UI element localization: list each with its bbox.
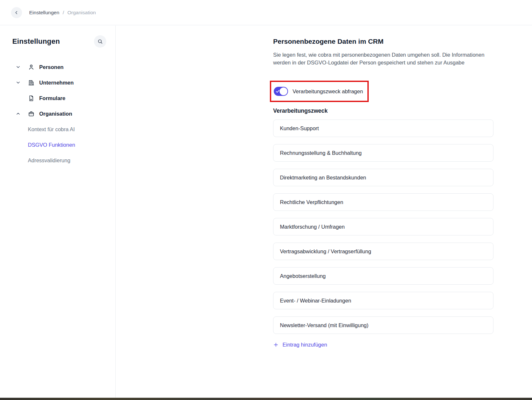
check-icon <box>275 89 280 94</box>
search-icon <box>97 39 103 44</box>
sidebar-item-label: Organisation <box>39 111 72 117</box>
sidebar-item-organisation[interactable]: Organisation <box>12 106 106 121</box>
sidebar-item-label: Formulare <box>39 95 65 101</box>
settings-sidebar: Einstellungen Personen Unternehmen <box>0 26 116 398</box>
entry-input-vertragsabwicklung[interactable] <box>273 243 493 260</box>
entry-input-rechtliche-verpflichtungen[interactable] <box>273 193 493 211</box>
building-icon <box>28 79 35 86</box>
entry-input-event-webinar[interactable] <box>273 292 493 309</box>
plus-icon <box>273 342 279 348</box>
sidebar-item-unternehmen[interactable]: Unternehmen <box>12 75 106 90</box>
sidebar-subitem-kontext-cobra-ai[interactable]: Kontext für cobra AI <box>12 121 106 137</box>
verarbeitungszweck-toggle[interactable] <box>274 87 288 96</box>
sidebar-title: Einstellungen <box>12 37 60 46</box>
bottom-edge-strip <box>0 398 532 400</box>
chevron-up-icon[interactable] <box>16 111 21 116</box>
sidebar-item-personen[interactable]: Personen <box>12 59 106 75</box>
sidebar-nav: Personen Unternehmen Formulare <box>12 59 106 168</box>
sidebar-item-label: Unternehmen <box>39 80 74 86</box>
sidebar-item-label: Personen <box>39 64 64 70</box>
add-entry-button[interactable]: Eintrag hinzufügen <box>273 342 327 348</box>
chevron-left-icon <box>14 10 19 15</box>
breadcrumb-einstellungen[interactable]: Einstellungen <box>29 10 59 15</box>
chevron-down-icon[interactable] <box>16 64 21 70</box>
sidebar-header: Einstellungen <box>12 35 106 48</box>
person-icon <box>28 64 35 71</box>
breadcrumb: Einstellungen / Organisation <box>29 10 96 16</box>
page-title: Personenbezogene Daten im CRM <box>273 38 500 45</box>
breadcrumb-separator: / <box>63 10 64 15</box>
entry-input-rechnungsstellung[interactable] <box>273 144 493 162</box>
sidebar-subitem-adressvalidierung[interactable]: Adressvalidierung <box>12 153 106 168</box>
top-bar: Einstellungen / Organisation <box>0 0 532 25</box>
back-button[interactable] <box>11 7 22 18</box>
sidebar-item-formulare[interactable]: Formulare <box>12 90 106 106</box>
breadcrumb-organisation: Organisation <box>67 10 96 15</box>
chevron-down-icon[interactable] <box>16 80 21 85</box>
entry-input-newsletter-versand[interactable] <box>273 316 493 334</box>
toggle-label: Verarbeitungszweck abfragen <box>293 88 363 95</box>
page-description: Sie legen fest, wie cobra mit personenbe… <box>273 51 497 66</box>
add-entry-label: Eintrag hinzufügen <box>283 342 327 348</box>
document-icon <box>28 95 35 102</box>
section-heading: Verarbeitungszweck <box>273 108 500 114</box>
red-highlight-annotation: Verarbeitungszweck abfragen <box>270 81 369 102</box>
sidebar-subitem-dsgvo-funktionen[interactable]: DSGVO Funktionen <box>12 137 106 153</box>
briefcase-icon <box>28 110 35 117</box>
organisation-subitems: Kontext für cobra AI DSGVO Funktionen Ad… <box>12 121 106 168</box>
verarbeitungszweck-entry-list <box>273 120 500 334</box>
entry-input-angebotserstellung[interactable] <box>273 267 493 285</box>
search-button[interactable] <box>94 35 106 48</box>
entry-input-marktforschung[interactable] <box>273 218 493 235</box>
entry-input-kunden-support[interactable] <box>273 120 493 137</box>
entry-input-direktmarketing[interactable] <box>273 169 493 186</box>
main-content: Personenbezogene Daten im CRM Sie legen … <box>273 26 500 349</box>
toggle-knob <box>280 87 287 95</box>
